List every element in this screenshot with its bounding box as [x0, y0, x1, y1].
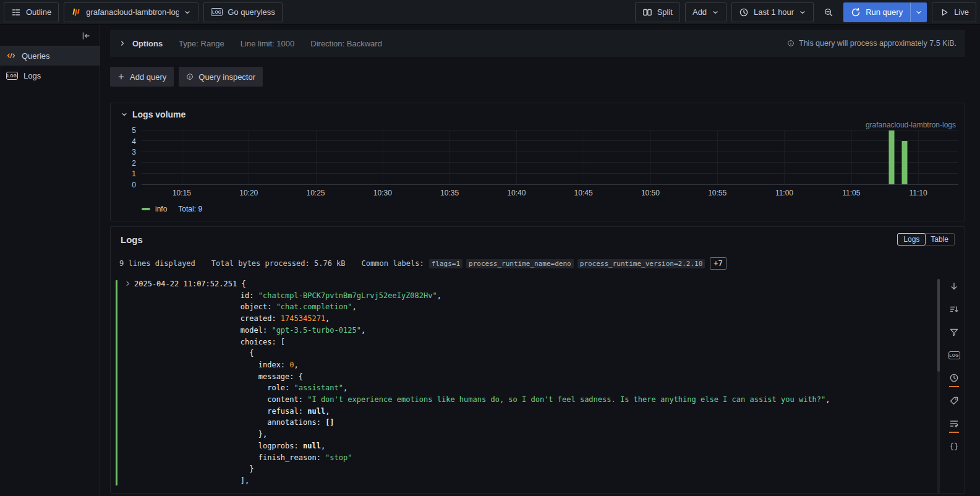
expand-log-icon[interactable]	[124, 280, 131, 287]
common-label-chip: process_runtime_name=deno	[466, 259, 574, 268]
sidebar-item-queries[interactable]: Queries	[0, 46, 100, 66]
zoom-out-button[interactable]	[819, 2, 838, 22]
wrap-lines-icon-button[interactable]	[948, 417, 960, 430]
chevron-right-icon	[119, 40, 126, 47]
time-range-picker[interactable]: Last 1 hour	[731, 2, 814, 22]
x-axis-tick: 10:20	[239, 189, 258, 197]
split-button[interactable]: Split	[635, 2, 680, 22]
gridline	[249, 130, 249, 184]
logs-icon	[211, 8, 223, 16]
datasource-name: grafanacloud-lambtron-logs	[86, 7, 179, 17]
log-json-line: model: "gpt-3.5-turbo-0125",	[124, 325, 925, 336]
collapse-sidebar-button[interactable]	[81, 31, 91, 41]
logs-volume-title: Logs volume	[132, 109, 185, 119]
gridline	[851, 130, 852, 184]
log-controls	[948, 280, 960, 453]
go-queryless-button[interactable]: Go queryless	[203, 2, 283, 22]
split-icon	[642, 7, 652, 17]
x-axis-labels: 10:1510:2010:2510:3010:3510:4010:4510:50…	[142, 187, 958, 200]
sort-order-icon-button[interactable]	[948, 303, 960, 315]
more-labels-button[interactable]: +7	[710, 257, 726, 270]
series-label[interactable]: grafanacloud-lambtron-logs	[111, 121, 965, 130]
datasource-picker[interactable]: grafanacloud-lambtron-logs	[64, 2, 198, 22]
add-dropdown-button[interactable]: Add	[685, 2, 726, 22]
log-json-line: created: 1745345271,	[124, 313, 925, 325]
log-line-header: 2025-04-22 11:07:52.251 {	[124, 278, 925, 290]
outline-icon	[11, 7, 21, 17]
log-json-line: ],	[124, 475, 925, 487]
legend-total: Total: 9	[178, 205, 202, 213]
run-query-dropdown[interactable]	[910, 2, 927, 22]
bytes-processed: Total bytes processed: 5.76 kB	[211, 259, 346, 268]
plus-icon	[117, 73, 125, 80]
common-label-chip: process_runtime_version=2.2.10	[577, 259, 705, 268]
sidebar-item-label: Logs	[23, 71, 41, 80]
x-axis-tick: 10:30	[373, 189, 392, 197]
legend-series-label[interactable]: info	[155, 205, 167, 213]
y-axis-tick: 4	[132, 138, 136, 145]
x-axis-tick: 10:15	[173, 189, 191, 197]
log-timestamp: 2025-04-22 11:07:52.251	[134, 280, 237, 288]
filter-icon-button[interactable]	[948, 326, 960, 338]
logs-panel-title: Logs	[121, 234, 143, 245]
gridline	[717, 130, 718, 184]
logs-body: 2025-04-22 11:07:52.251 { id: "chatcmpl-…	[111, 270, 965, 487]
logs-icon-button[interactable]	[948, 349, 960, 361]
y-axis-tick: 2	[132, 160, 136, 167]
logs-scrollbar[interactable]	[937, 279, 940, 493]
x-axis-tick: 10:35	[440, 189, 459, 197]
outline-label: Outline	[26, 7, 51, 17]
bar-info[interactable]	[888, 130, 894, 184]
query-size-estimate-text: This query will process approximately 7.…	[799, 39, 957, 48]
time-icon-button[interactable]	[948, 372, 960, 384]
add-query-button[interactable]: Add query	[110, 67, 174, 87]
log-json-line: index: 0,	[124, 359, 925, 371]
gridline	[142, 130, 958, 130]
x-axis-tick: 10:50	[641, 189, 660, 197]
log-json-line: refusal: null,	[124, 406, 925, 417]
query-inspector-button[interactable]: Query inspector	[179, 67, 263, 87]
options-summary-type: Type: Range	[179, 39, 224, 48]
x-axis-tick: 11:00	[775, 189, 793, 197]
live-button[interactable]: Live	[932, 2, 976, 22]
query-options-row[interactable]: Options Type: Range Line limit: 1000 Dir…	[110, 30, 965, 57]
toggle-option-logs[interactable]: Logs	[898, 234, 925, 245]
options-label: Options	[132, 39, 163, 48]
run-query-split-button: Run query	[843, 2, 927, 22]
outline-button[interactable]: Outline	[4, 2, 59, 22]
logs-scrollbar-thumb[interactable]	[937, 279, 940, 372]
chevron-down-icon	[799, 9, 806, 16]
topbar-right: Split Add Last 1 hour	[635, 2, 976, 22]
gridline	[784, 130, 785, 184]
log-level-bar	[116, 280, 117, 485]
labels-icon-button[interactable]	[948, 395, 960, 407]
run-query-button[interactable]: Run query	[843, 2, 910, 22]
log-json-line: object: "chat.completion",	[124, 301, 925, 313]
logs-volume-chart: 012345	[111, 130, 965, 185]
bar-info[interactable]	[902, 141, 908, 184]
log-entry[interactable]: 2025-04-22 11:07:52.251 { id: "chatcmpl-…	[116, 278, 925, 487]
logs-table-toggle: Logs Table	[897, 233, 955, 246]
logs-panel: Logs Logs Table 9 lines displayed Total …	[110, 226, 965, 494]
query-size-estimate: This query will process approximately 7.…	[787, 39, 957, 48]
live-label: Live	[954, 7, 969, 17]
log-json-line: message: {	[124, 371, 925, 383]
time-range-label: Last 1 hour	[754, 7, 794, 17]
clock-icon	[739, 7, 749, 17]
log-json-line: logprobs: null,	[124, 440, 925, 452]
log-json-line: id: "chatcmpl-BPCK7pvtnBm7gLrvj52eeIyZ08…	[124, 290, 925, 302]
gridline	[584, 130, 584, 184]
log-json-line: choices: [	[124, 336, 925, 348]
gridline	[142, 152, 958, 152]
arrow-down-icon-button[interactable]	[948, 280, 960, 293]
sidebar-nav: Queries Logs	[0, 46, 100, 85]
logs-volume-header[interactable]: Logs volume	[111, 103, 965, 122]
options-summary-direction: Direction: Backward	[310, 39, 382, 48]
common-labels: Common labels: flags=1process_runtime_na…	[362, 257, 726, 270]
braces-icon-button[interactable]	[948, 440, 960, 453]
toggle-option-table[interactable]: Table	[925, 234, 954, 245]
chevron-down-icon	[184, 9, 191, 16]
sidebar-item-logs[interactable]: Logs	[0, 66, 100, 85]
log-json-line: },	[124, 429, 925, 440]
log-json-line: {	[124, 348, 925, 359]
